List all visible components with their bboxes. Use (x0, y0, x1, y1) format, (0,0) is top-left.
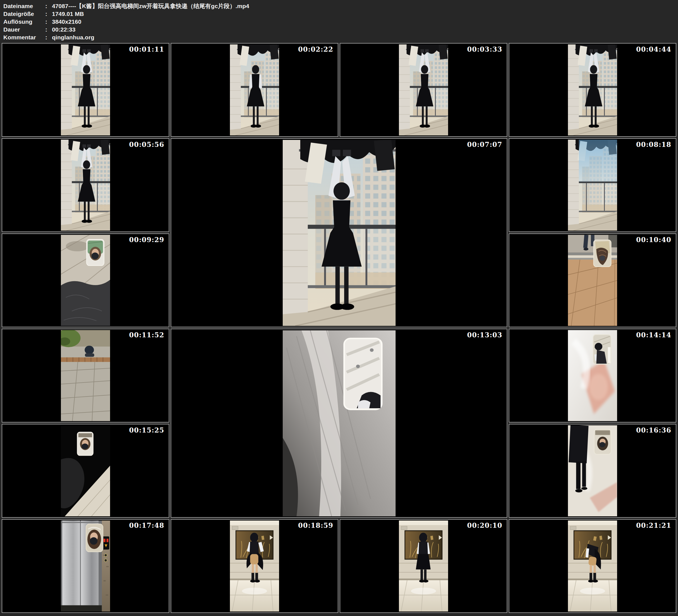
thumbnail-image (568, 521, 617, 612)
thumbnail-image (61, 44, 110, 136)
timestamp-overlay: 00:04:44 (636, 45, 671, 53)
video-thumbnail: 00:17:48 (2, 519, 169, 613)
metadata-value-resolution: 3840x2160 (52, 18, 81, 26)
video-thumbnail: 00:10:40 (509, 233, 676, 327)
video-thumbnail: 00:04:44 (509, 43, 676, 137)
thumbnail-image (61, 140, 110, 231)
metadata-value-duration: 00:22:33 (52, 26, 75, 34)
thumbnail-image (61, 425, 110, 516)
video-thumbnail: 00:21:21 (509, 519, 676, 613)
thumbnail-contact-sheet: 00:01:11 00:02:22 00:03:33 00:04:44 00:0… (0, 42, 678, 615)
timestamp-overlay: 00:10:40 (636, 236, 671, 244)
thumbnail-image (61, 235, 110, 326)
thumbnail-image (568, 44, 617, 136)
metadata-separator: : (45, 18, 52, 26)
video-thumbnail: 00:05:56 (2, 138, 169, 232)
timestamp-overlay: 00:01:11 (129, 45, 164, 53)
metadata-separator: : (45, 2, 52, 10)
metadata-separator: : (45, 26, 52, 34)
timestamp-overlay: 00:20:10 (467, 521, 502, 530)
thumbnail-image (399, 521, 448, 612)
timestamp-overlay: 00:08:18 (636, 141, 671, 149)
video-thumbnail: 00:09:29 (2, 233, 169, 327)
thumbnail-image (568, 330, 617, 421)
video-thumbnail: 00:14:14 (509, 329, 676, 422)
metadata-row-filesize: Dateigröße:1749.01 MB (3, 10, 675, 18)
metadata-separator: : (45, 34, 52, 41)
thumbnail-image (568, 425, 617, 516)
timestamp-overlay: 00:18:59 (298, 521, 333, 530)
thumbnail-image (61, 521, 110, 612)
video-thumbnail: 00:11:52 (2, 329, 169, 422)
metadata-label: Dateiname (3, 2, 45, 10)
timestamp-overlay: 00:09:29 (129, 236, 164, 244)
metadata-value-filename: 47087----【K酱】阳台强高电梯间zw开着玩具拿快递（结尾有gc片段）.m… (52, 2, 249, 10)
thumbnail-image (230, 44, 279, 136)
timestamp-overlay: 00:07:07 (467, 141, 502, 149)
metadata-separator: : (45, 10, 52, 18)
thumbnail-image (399, 44, 448, 136)
timestamp-overlay: 00:02:22 (298, 45, 333, 53)
video-thumbnail: 00:01:11 (2, 43, 169, 137)
thumbnail-image (568, 235, 617, 326)
video-thumbnail: 00:08:18 (509, 138, 676, 232)
metadata-label: Kommentar (3, 34, 45, 41)
metadata-label: Auflösung (3, 18, 45, 26)
metadata-row-comment: Kommentar:qinglanhua.org (3, 34, 675, 41)
file-metadata-header: Dateiname:47087----【K酱】阳台强高电梯间zw开着玩具拿快递（… (0, 0, 678, 42)
metadata-row-duration: Dauer:00:22:33 (3, 26, 675, 34)
timestamp-overlay: 00:05:56 (129, 141, 164, 149)
timestamp-overlay: 00:03:33 (467, 45, 502, 53)
thumbnail-image (61, 330, 110, 421)
metadata-label: Dauer (3, 26, 45, 34)
thumbnail-image (230, 521, 279, 612)
metadata-row-filename: Dateiname:47087----【K酱】阳台强高电梯间zw开着玩具拿快递（… (3, 2, 675, 10)
metadata-value-comment: qinglanhua.org (52, 34, 95, 41)
video-thumbnail-large: 00:13:03 (171, 329, 507, 518)
timestamp-overlay: 00:21:21 (636, 521, 671, 530)
timestamp-overlay: 00:15:25 (129, 426, 164, 434)
timestamp-overlay: 00:14:14 (636, 331, 671, 339)
thumbnail-image (283, 330, 396, 516)
timestamp-overlay: 00:13:03 (467, 331, 502, 339)
video-thumbnail: 00:02:22 (171, 43, 338, 137)
video-thumbnail: 00:16:36 (509, 424, 676, 518)
metadata-value-filesize: 1749.01 MB (52, 10, 84, 18)
video-thumbnail: 00:18:59 (171, 519, 338, 613)
timestamp-overlay: 00:17:48 (129, 521, 164, 530)
video-thumbnail: 00:20:10 (340, 519, 507, 613)
metadata-row-resolution: Auflösung:3840x2160 (3, 18, 675, 26)
thumbnail-image (568, 140, 617, 231)
metadata-label: Dateigröße (3, 10, 45, 18)
video-thumbnail-large: 00:07:07 (171, 138, 507, 327)
video-thumbnail: 00:15:25 (2, 424, 169, 518)
timestamp-overlay: 00:11:52 (129, 331, 164, 339)
timestamp-overlay: 00:16:36 (636, 426, 671, 434)
thumbnail-image (283, 140, 396, 326)
video-thumbnail: 00:03:33 (340, 43, 507, 137)
